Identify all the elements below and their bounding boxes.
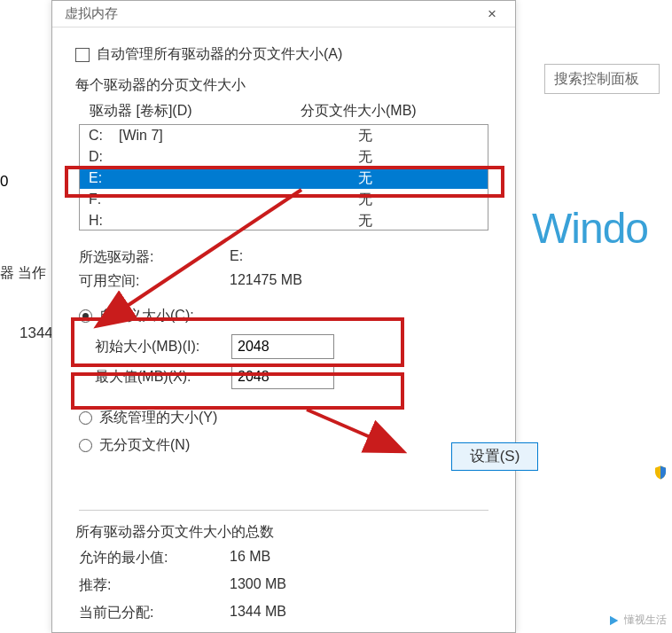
auto-manage-checkbox[interactable] bbox=[75, 48, 90, 62]
selected-drive-label: 所选驱动器: bbox=[79, 248, 230, 267]
recommended-label: 推荐: bbox=[79, 576, 230, 595]
available-space-label: 可用空间: bbox=[79, 272, 230, 291]
no-paging-label: 无分页文件(N) bbox=[99, 436, 190, 455]
initial-size-input[interactable] bbox=[231, 334, 334, 359]
titlebar: 虚拟内存 × bbox=[52, 1, 515, 27]
current-label: 当前已分配: bbox=[79, 604, 230, 622]
bg-number: 1344 bbox=[20, 324, 53, 342]
virtual-memory-dialog: 虚拟内存 × 自动管理所有驱动器的分页文件大小(A) 每个驱动器的分页文件大小 … bbox=[51, 0, 516, 633]
close-icon[interactable]: × bbox=[476, 5, 508, 23]
divider bbox=[79, 510, 488, 511]
drive-listbox[interactable]: C: [Win 7] 无 D: 无 E: 无 F: 无 H: bbox=[79, 124, 488, 231]
no-paging-radio[interactable] bbox=[79, 439, 92, 452]
current-value: 1344 MB bbox=[230, 604, 488, 622]
drive-row-f[interactable]: F: 无 bbox=[80, 189, 488, 210]
column-drive-header: 驱动器 [卷标](D) bbox=[79, 102, 301, 121]
totals-header: 所有驱动器分页文件大小的总数 bbox=[75, 523, 492, 542]
drive-row-e[interactable]: E: 无 bbox=[80, 168, 488, 189]
drive-row-d[interactable]: D: 无 bbox=[80, 146, 488, 168]
max-size-input[interactable] bbox=[231, 364, 334, 389]
watermark-text: 懂视生活 bbox=[624, 613, 667, 628]
windows-brand-text: Windo bbox=[532, 204, 648, 253]
search-control-panel-input[interactable]: 搜索控制面板 bbox=[544, 64, 660, 94]
max-size-label: 最大值(MB)(X): bbox=[95, 368, 221, 387]
auto-manage-label: 自动管理所有驱动器的分页文件大小(A) bbox=[97, 45, 342, 64]
per-drive-header: 每个驱动器的分页文件大小 bbox=[75, 76, 492, 95]
recommended-value: 1300 MB bbox=[230, 576, 488, 595]
available-space-value: 121475 MB bbox=[230, 272, 488, 291]
min-label: 允许的最小值: bbox=[79, 549, 230, 567]
set-button[interactable]: 设置(S) bbox=[451, 442, 538, 471]
custom-size-radio[interactable] bbox=[79, 309, 92, 323]
column-size-header: 分页文件大小(MB) bbox=[301, 102, 417, 121]
system-managed-label: 系统管理的大小(Y) bbox=[99, 409, 217, 427]
custom-size-label: 自定义大小(C): bbox=[99, 307, 194, 325]
min-value: 16 MB bbox=[230, 549, 488, 567]
drive-row-h[interactable]: H: 无 bbox=[80, 210, 488, 231]
system-managed-radio[interactable] bbox=[79, 411, 92, 425]
drive-row-c[interactable]: C: [Win 7] 无 bbox=[80, 125, 488, 146]
bg-value: 0 bbox=[0, 173, 8, 191]
dialog-title: 虚拟内存 bbox=[65, 5, 118, 22]
shield-icon bbox=[652, 465, 668, 481]
initial-size-label: 初始大小(MB)(I): bbox=[95, 338, 221, 356]
selected-drive-value: E: bbox=[230, 248, 488, 267]
watermark-logo: 懂视生活 bbox=[606, 613, 667, 628]
